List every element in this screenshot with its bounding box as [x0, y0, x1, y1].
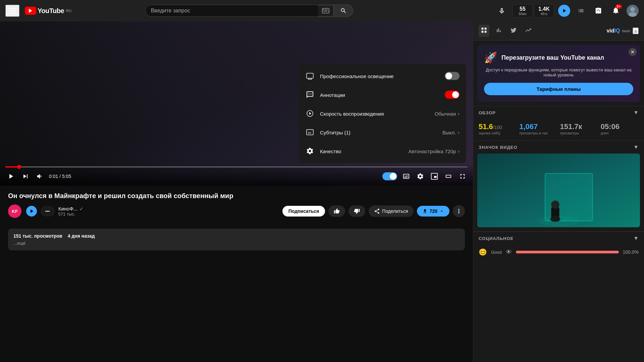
svg-text:CC: CC: [308, 132, 311, 134]
vidiq-list-button[interactable]: [574, 4, 588, 17]
settings-button[interactable]: [415, 171, 425, 181]
good-label: Good: [491, 250, 502, 255]
fullscreen-button[interactable]: [458, 171, 468, 181]
overview-section-header: ОБЗОР ▼: [473, 106, 644, 119]
svg-rect-6: [328, 11, 328, 11]
dislike-icon: [354, 208, 360, 214]
promo-cta-button[interactable]: Тарифные планы: [484, 83, 633, 95]
notification-button[interactable]: 9+: [609, 4, 623, 18]
vidiq-logo: vidIQ basic ▲: [606, 27, 639, 34]
social-progress-fill: [516, 251, 619, 253]
annotations-label: Аннотации: [320, 92, 439, 98]
create-icon: [595, 7, 602, 14]
social-pct: 100.0%: [623, 249, 639, 255]
notification-badge: 9+: [615, 4, 622, 9]
iq-options-button[interactable]: •••: [41, 206, 54, 216]
social-progress-bar: [516, 251, 619, 253]
create-video-button[interactable]: [592, 4, 605, 17]
svg-rect-1: [323, 9, 324, 10]
stat-cell-views-total: 151.7к просмотры: [560, 122, 598, 135]
header: YouTube RU: [0, 0, 644, 21]
logo[interactable]: YouTube RU: [25, 7, 71, 15]
settings-item-quality[interactable]: Качество Автонастройка 720р ›: [299, 142, 466, 161]
next-button[interactable]: [20, 171, 31, 182]
header-right: 55 60мн 1.4K 48чс: [495, 4, 639, 18]
vidiq-tab-trending[interactable]: [523, 25, 534, 37]
lighting-toggle-thumb: [445, 73, 452, 79]
desc-more[interactable]: ...ещё: [13, 241, 460, 246]
volume-icon: [36, 173, 44, 180]
controls-row: 0:01 / 5:05: [5, 171, 468, 182]
chart-icon: [495, 27, 502, 34]
video-player[interactable]: Профессиональное освещение: [0, 21, 473, 186]
thumbnail-chevron[interactable]: ▼: [633, 144, 639, 150]
search-icon: [340, 7, 347, 14]
search-input[interactable]: [146, 5, 318, 16]
thumbnail-image[interactable]: [477, 154, 640, 227]
annotations-toggle[interactable]: [445, 91, 460, 99]
dislike-button[interactable]: [348, 205, 365, 217]
logo-ru: RU: [66, 9, 71, 13]
dark-mode-toggle[interactable]: [382, 172, 397, 180]
stat-label-2: 48чс: [540, 12, 547, 16]
download-button[interactable]: 720: [417, 206, 449, 217]
social-chevron[interactable]: ▼: [633, 235, 639, 241]
settings-item-lighting[interactable]: Профессиональное освещение: [299, 67, 466, 85]
settings-item-speed[interactable]: Скорость воспроизведения Обычная ›: [299, 104, 466, 123]
miniplayer-button[interactable]: [429, 171, 439, 181]
subtitles-icon: CC: [305, 128, 315, 137]
miniplayer-icon: [431, 173, 438, 180]
progress-thumb: [17, 165, 21, 169]
description-box: 151 тыс. просмотров 4 дня назад ...ещё: [8, 229, 465, 250]
time-display: 0:01 / 5:05: [49, 174, 71, 179]
duration-value: 05:06: [601, 122, 620, 131]
share-icon: [374, 208, 380, 214]
channel-avatar[interactable]: KF: [8, 204, 21, 218]
settings-item-annotations[interactable]: Аннотации: [299, 85, 466, 104]
vidiq-play-button[interactable]: [558, 5, 570, 17]
like-button[interactable]: [328, 205, 345, 217]
views-hour-label: просмотры в час: [519, 131, 548, 135]
share-button[interactable]: Поделиться: [369, 205, 413, 217]
overview-chevron[interactable]: ▼: [633, 110, 639, 116]
subscribe-button[interactable]: Подписаться: [282, 206, 325, 217]
promo-card: ✕ 🚀 Перезагрузите ваш YouTube канал Дост…: [477, 45, 640, 102]
vidiq-collapse-button[interactable]: ▲: [633, 27, 639, 34]
keyboard-icon: [322, 8, 329, 13]
play-icon: [7, 172, 15, 180]
stat-cell-duration: 05:06 длит.: [601, 122, 639, 135]
vidiq-tab-twitter[interactable]: [508, 25, 519, 37]
stat-box-right: 1.4K 48чс: [534, 4, 554, 17]
volume-button[interactable]: [35, 171, 45, 181]
action-buttons: Подписаться: [282, 205, 465, 217]
vidiq-list-icon: [578, 7, 584, 14]
vidiq-tab-grid[interactable]: [479, 25, 489, 37]
progress-bar[interactable]: [5, 166, 468, 168]
social-section: СОЦИАЛЬНОЕ ▼ 😊 Good 👁 100.0%: [473, 231, 644, 259]
score-value: 51.6/100: [479, 122, 502, 131]
keyboard-button[interactable]: [318, 5, 334, 16]
trending-icon: [525, 27, 532, 34]
video-controls: 0:01 / 5:05: [0, 164, 473, 186]
vidiq-tab-chart[interactable]: [493, 25, 504, 37]
vidiq-plan: basic: [622, 29, 631, 33]
stat-box-left: 55 60мн: [513, 4, 533, 17]
user-avatar[interactable]: [627, 5, 639, 17]
subtitles-button[interactable]: [401, 171, 411, 181]
mic-button[interactable]: [495, 4, 508, 17]
promo-close-button[interactable]: ✕: [629, 48, 637, 56]
quality-chevron: ›: [458, 148, 460, 154]
download-chevron: [439, 209, 444, 214]
more-button[interactable]: [453, 205, 465, 217]
lighting-toggle[interactable]: [445, 72, 460, 80]
theater-button[interactable]: [443, 171, 453, 181]
hamburger-menu[interactable]: [5, 5, 19, 17]
search-button[interactable]: [334, 4, 353, 17]
views-hour-value: 1,067: [519, 122, 538, 131]
promo-emoji: 🚀: [484, 51, 497, 64]
speed-value: Обычная ›: [435, 111, 460, 116]
play-button[interactable]: [5, 171, 16, 182]
twitter-icon: [510, 27, 517, 34]
settings-item-subtitles[interactable]: CC Субтитры (1) Выкл. ›: [299, 123, 466, 142]
settings-menu: Профессиональное освещение: [299, 64, 466, 163]
